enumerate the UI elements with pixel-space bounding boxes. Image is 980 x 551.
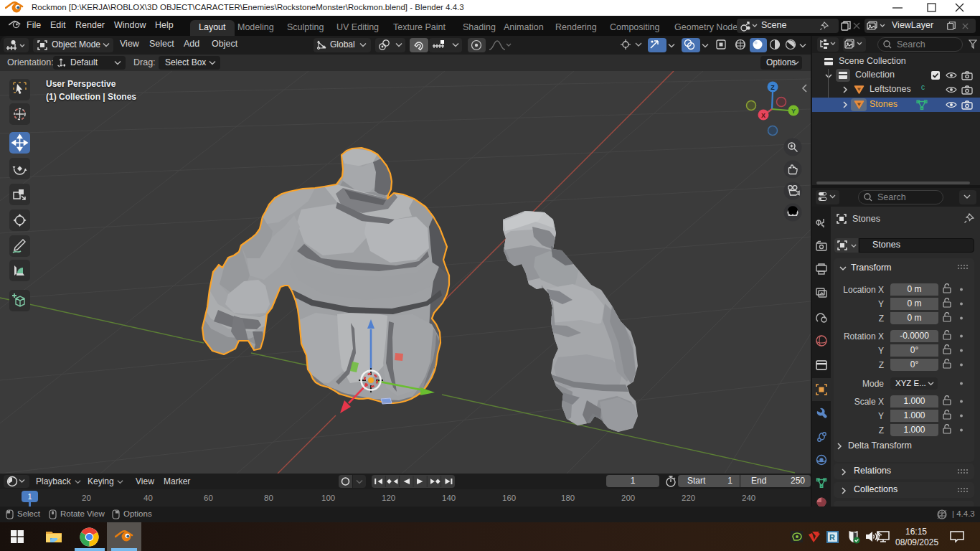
- svg-text:R: R: [829, 533, 835, 542]
- svg-text:Z: Z: [771, 84, 775, 91]
- svg-text:Y: Y: [791, 108, 796, 115]
- svg-text:X: X: [761, 112, 765, 119]
